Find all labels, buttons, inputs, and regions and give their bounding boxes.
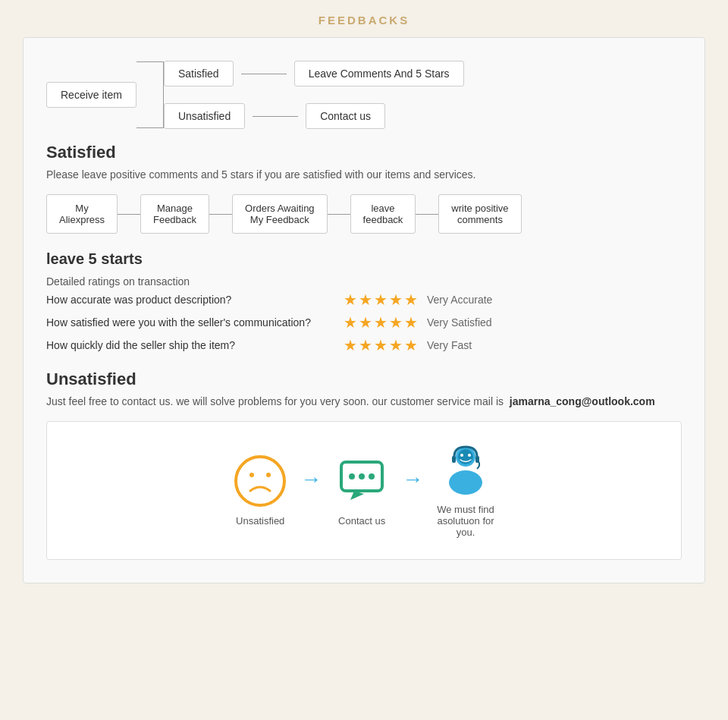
star: ★ [344,313,357,332]
star: ★ [374,291,388,309]
satisfied-desc: Please leave positive comments and 5 sta… [46,168,682,181]
unsatisfied-box: Unsatisfied [164,103,245,129]
ratings-table: How accurate was product description? ★ … [46,291,682,354]
star: ★ [359,336,372,354]
rating-row-3: How quickly did the seller ship the item… [46,336,682,354]
svg-point-10 [460,454,463,457]
unsatisfied-desc: Just feel free to contact us. we will so… [46,395,682,407]
star: ★ [404,313,418,332]
star: ★ [389,313,403,332]
rating-text-3: Very Fast [427,339,503,351]
star: ★ [404,336,418,354]
step-leave-feedback: leavefeedback [350,194,416,234]
unsatisfied-icon-group: Unsatisfied [234,454,287,527]
bottom-card: Unsatisfied → Contact us → [46,421,682,560]
stars-3: ★ ★ ★ ★ ★ [344,336,418,354]
star: ★ [389,336,403,354]
star: ★ [389,291,403,309]
rating-text-1: Very Accurate [427,294,503,306]
rating-row-2: How satisfied were you with the seller's… [46,313,682,332]
contact-icon-group: Contact us [335,454,388,527]
stars-1: ★ ★ ★ ★ ★ [344,291,418,309]
svg-point-1 [249,473,254,477]
arrow-icon-1: → [300,467,322,492]
chat-icon [335,454,388,508]
person-icon [439,443,492,496]
leave-comments-box: Leave Comments And 5 Stars [294,61,464,86]
star: ★ [344,291,357,309]
solution-icon-group: We must findasolutuon foryou. [437,443,494,538]
main-card: Receive item Satisfied Leave Comments An… [23,37,705,583]
svg-point-5 [359,473,365,479]
star: ★ [359,291,372,309]
svg-point-2 [266,473,271,477]
step-write-positive: write positivecomments [438,194,521,234]
svg-point-8 [449,470,482,495]
svg-point-4 [349,473,355,479]
steps-row: MyAliexpress ManageFeedback Orders Await… [46,194,682,234]
rating-q3: How quickly did the seller ship the item… [46,339,334,351]
contact-us-label: Contact us [338,515,385,527]
solution-label: We must findasolutuon foryou. [437,504,494,538]
page-title: FEEDBACKS [0,0,728,37]
rating-row-1: How accurate was product description? ★ … [46,291,682,309]
star: ★ [359,313,372,332]
satisfied-box: Satisfied [164,61,234,86]
unsatisfied-title: Unsatisfied [46,369,682,389]
svg-point-6 [369,473,375,479]
step-orders-awaiting: Orders AwaitingMy Feedback [232,194,328,234]
star: ★ [374,336,388,354]
step-manage-feedback: ManageFeedback [140,194,209,234]
receive-item-box: Receive item [46,82,136,108]
star: ★ [374,313,388,332]
unsatisfied-label: Unsatisfied [236,515,284,527]
svg-point-11 [468,454,471,457]
detail-label: Detailed ratings on transaction [46,275,682,288]
svg-point-0 [236,457,284,505]
flow-diagram: Receive item Satisfied Leave Comments An… [46,61,682,129]
star: ★ [404,291,418,309]
arrow-icon-2: → [402,467,423,492]
svg-rect-12 [452,456,456,463]
sad-face-icon [234,454,287,508]
stars-2: ★ ★ ★ ★ ★ [344,313,418,332]
rating-q2: How satisfied were you with the seller's… [46,316,334,329]
stars-title: leave 5 starts [46,250,682,268]
contact-us-flow-box: Contact us [306,103,385,129]
satisfied-title: Satisfied [46,143,682,162]
step-my-aliexpress: MyAliexpress [46,194,118,234]
star: ★ [344,336,357,354]
rating-q1: How accurate was product description? [46,294,334,306]
email: jamarna_cong@outlook.com [510,395,655,407]
rating-text-2: Very Satisfied [427,316,503,329]
